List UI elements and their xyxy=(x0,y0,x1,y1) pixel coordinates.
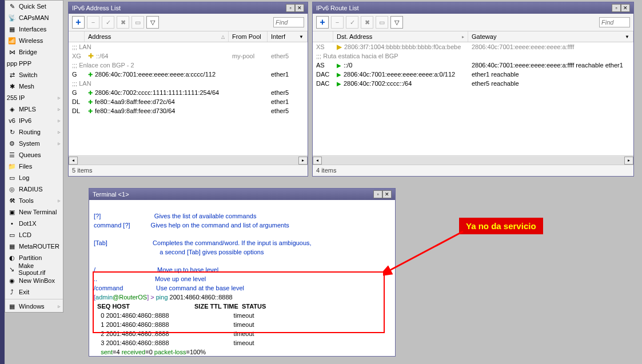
th-interface[interactable]: Interf▼ xyxy=(268,31,308,42)
table-row[interactable]: DAC▶2806:40c:7002:cccc::/64ether5 reacha… xyxy=(313,79,633,88)
sidebar-item-partition[interactable]: ◐Partition xyxy=(5,252,63,263)
table-row[interactable]: G✚2806:40c:7001:eeee:eeee:eeee:a:cccc/11… xyxy=(69,70,308,79)
table-row[interactable]: XG✚::/64my-poolether5 xyxy=(69,51,308,61)
scroll-left-button[interactable]: ◂ xyxy=(313,157,322,165)
th-dst[interactable]: Dst. Address▸ xyxy=(333,31,468,42)
cell-flags: AS xyxy=(313,62,333,69)
scroll-track[interactable] xyxy=(78,157,298,165)
find-input[interactable] xyxy=(273,17,304,27)
sidebar-item-exit[interactable]: ⤴Exit xyxy=(5,286,63,298)
disable-button[interactable]: ✖ xyxy=(361,16,373,29)
sidebar-item-radius[interactable]: ◎RADIUS xyxy=(5,183,63,195)
sidebar-item-windows[interactable]: ▦Windows▹ xyxy=(5,301,63,312)
th-from-pool[interactable]: From Pool xyxy=(229,31,268,42)
sidebar-item-ipv6[interactable]: v6IPv6▹ xyxy=(5,115,63,126)
cell-interface: ether1 xyxy=(268,98,308,105)
scroll-track[interactable] xyxy=(322,157,624,165)
sidebar-item-files[interactable]: 📁Files xyxy=(5,161,63,172)
supout-icon: ↘ xyxy=(7,265,16,274)
sidebar-item-mpls[interactable]: ◈MPLS▹ xyxy=(5,103,63,115)
sidebar-item-label: Make Supout.rif xyxy=(18,262,61,276)
sidebar-item-system[interactable]: ⚙System▹ xyxy=(5,138,63,149)
cell-address: ✚2806:40c:7001:eeee:eeee:eeee:a:cccc/112 xyxy=(85,71,229,78)
table-body[interactable]: XS▶2806:3f7:1004:bbbb:bbbb:bbbb:f0ca:beb… xyxy=(313,42,633,155)
toolbar: + − ✓ ✖ ▭ ▽ xyxy=(69,14,308,31)
titlebar[interactable]: Terminal <1> ▫ ✕ xyxy=(89,189,395,200)
close-button[interactable]: ✕ xyxy=(382,190,392,198)
sidebar-item-lcd[interactable]: ▭LCD xyxy=(5,229,63,241)
enable-button[interactable]: ✓ xyxy=(346,16,358,29)
submenu-arrow-icon: ▹ xyxy=(58,129,61,135)
sidebar-item-ip[interactable]: 255IP▹ xyxy=(5,92,63,103)
sidebar-item-bridge[interactable]: ⋈Bridge xyxy=(5,46,63,58)
table-row[interactable]: G✚2806:40c:7002:cccc:1111:1111:1111:254/… xyxy=(69,88,308,97)
minimize-button[interactable]: ▫ xyxy=(286,4,295,12)
winbox-icon: ◉ xyxy=(7,276,17,285)
th-flags[interactable] xyxy=(313,31,333,42)
titlebar[interactable]: IPv6 Route List ▫ ✕ xyxy=(313,2,633,14)
sidebar-item-dot1x[interactable]: •Dot1X xyxy=(5,218,63,229)
sidebar-item-label: Bridge xyxy=(19,49,37,55)
cell-flags: DAC xyxy=(313,71,333,78)
table-row[interactable]: DL✚fe80::4aa9:8aff:feee:d730/64ether5 xyxy=(69,106,308,115)
table-row[interactable]: AS▶::/02806:40c:7001:eeee:eeee:eeee:a:ff… xyxy=(313,61,633,70)
horizontal-scrollbar[interactable]: ◂ ▸ xyxy=(69,155,308,165)
sidebar-item-label: Dot1X xyxy=(19,220,37,227)
table-row[interactable]: XS▶2806:3f7:1004:bbbb:bbbb:bbbb:f0ca:beb… xyxy=(313,42,633,51)
filter-button[interactable]: ▽ xyxy=(146,16,159,29)
remove-button[interactable]: − xyxy=(87,16,99,29)
sidebar-item-wireless[interactable]: 📶Wireless xyxy=(5,35,63,46)
scroll-left-button[interactable]: ◂ xyxy=(69,157,78,165)
find-input[interactable] xyxy=(599,17,630,27)
comment-button[interactable]: ▭ xyxy=(376,16,388,29)
partition-icon: ◐ xyxy=(7,253,17,262)
cell-dst: ▶::/0 xyxy=(333,62,468,69)
titlebar[interactable]: IPv6 Address List ▫ ✕ xyxy=(69,2,308,14)
scroll-right-button[interactable]: ▸ xyxy=(624,157,633,165)
th-flags[interactable] xyxy=(69,31,85,42)
enable-button[interactable]: ✓ xyxy=(102,16,114,29)
cell-flags: DAC xyxy=(313,80,333,87)
sidebar-item-interfaces[interactable]: ▦Interfaces xyxy=(5,23,63,35)
sidebar-item-new-winbox[interactable]: ◉New WinBox xyxy=(5,275,63,286)
horizontal-scrollbar[interactable]: ◂ ▸ xyxy=(313,155,633,165)
lcd-icon: ▭ xyxy=(7,230,17,239)
radius-icon: ◎ xyxy=(7,185,17,194)
sidebar-item-make-supout-rif[interactable]: ↘Make Supout.rif xyxy=(5,263,63,275)
remove-button[interactable]: − xyxy=(331,16,344,29)
sidebar-item-mesh[interactable]: ✱Mesh xyxy=(5,81,63,92)
sidebar-item-queues[interactable]: ☰Queues xyxy=(5,149,63,161)
callout-arrow xyxy=(383,226,469,277)
routing-icon: ↻ xyxy=(7,127,17,137)
sidebar-item-log[interactable]: ▭Log xyxy=(5,172,63,183)
add-button[interactable]: + xyxy=(316,16,329,29)
sidebar-item-label: Exit xyxy=(19,289,29,295)
sidebar-item-ppp[interactable]: pppPPP xyxy=(5,58,63,69)
minimize-button[interactable]: ▫ xyxy=(373,190,382,198)
sidebar-item-quick-set[interactable]: ✎Quick Set xyxy=(5,1,63,12)
sidebar-item-new-terminal[interactable]: ▣New Terminal xyxy=(5,206,63,218)
filter-button[interactable]: ▽ xyxy=(390,16,403,29)
add-button[interactable]: + xyxy=(72,16,85,29)
sidebar-item-label: RADIUS xyxy=(19,186,43,193)
sidebar-item-metarouter[interactable]: ▦MetaROUTER xyxy=(5,241,63,252)
files-icon: 📁 xyxy=(7,162,17,171)
main-sidebar: ✎Quick Set📡CAPsMAN▦Interfaces📶Wireless⋈B… xyxy=(5,0,63,313)
table-body[interactable]: ;;; LANXG✚::/64my-poolether5;;; Enlace c… xyxy=(69,42,308,155)
sidebar-item-routing[interactable]: ↻Routing▹ xyxy=(5,126,63,138)
minimize-button[interactable]: ▫ xyxy=(612,4,621,12)
close-button[interactable]: ✕ xyxy=(295,4,304,12)
th-gateway[interactable]: Gateway▼ xyxy=(468,31,633,42)
scroll-right-button[interactable]: ▸ xyxy=(298,157,308,165)
submenu-arrow-icon: ▹ xyxy=(58,118,61,123)
table-row[interactable]: DAC▶2806:40c:7001:eeee:eeee:eeee:a:0/112… xyxy=(313,70,633,79)
close-button[interactable]: ✕ xyxy=(621,4,630,12)
table-row[interactable]: DL✚fe80::4aa9:8aff:feee:d72c/64ether1 xyxy=(69,97,308,106)
th-address[interactable]: Address△ xyxy=(85,31,229,42)
mesh-icon: ✱ xyxy=(7,82,17,91)
disable-button[interactable]: ✖ xyxy=(117,16,129,29)
sidebar-item-capsman[interactable]: 📡CAPsMAN xyxy=(5,12,63,23)
sidebar-item-switch[interactable]: ⇄Switch xyxy=(5,69,63,81)
comment-button[interactable]: ▭ xyxy=(131,16,144,29)
sidebar-item-tools[interactable]: 🛠Tools▹ xyxy=(5,195,63,206)
